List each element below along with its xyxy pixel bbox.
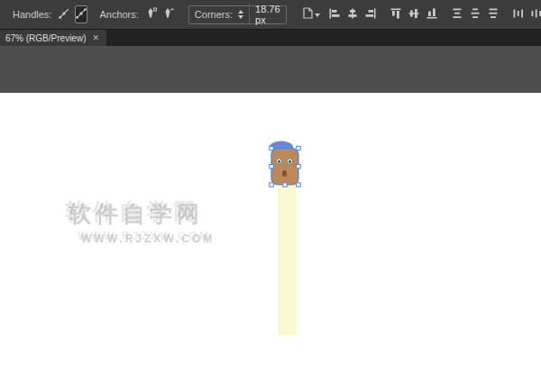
distribute-bottom-button[interactable] [486, 6, 501, 23]
distribute-left-button[interactable] [511, 6, 527, 23]
artboard-canvas[interactable]: 软件自学网 WWW.RJZXW.COM [0, 93, 541, 392]
distribute-h-center-button[interactable] [529, 6, 541, 23]
convert-to-corner-button[interactable] [145, 5, 158, 23]
character-body-shape[interactable] [278, 184, 297, 335]
character-artwork[interactable] [0, 93, 541, 392]
pasteboard[interactable] [0, 46, 541, 93]
control-bar: Handles: Anchors: Corners: [0, 0, 541, 30]
distribute-top-button[interactable] [450, 6, 465, 23]
selection-anchor[interactable] [297, 165, 300, 169]
anchors-label: Anchors: [99, 9, 138, 20]
align-h-center-icon [347, 6, 358, 23]
distribute-top-icon [452, 6, 463, 23]
align-controls [327, 6, 541, 23]
document-tab-bar: 67% (RGB/Preview) ✕ [0, 30, 541, 46]
align-top-button[interactable] [389, 6, 404, 23]
convert-to-corner-icon [146, 6, 157, 23]
selection-anchor[interactable] [270, 165, 273, 169]
align-h-center-button[interactable] [345, 6, 361, 23]
corners-label: Corners: [195, 9, 233, 20]
handle-display-selected-icon [76, 6, 87, 23]
corners-control[interactable]: Corners: 18.76 px [188, 5, 287, 24]
selection-anchor[interactable] [297, 146, 300, 150]
selection-anchor[interactable] [283, 183, 287, 187]
distribute-h-center-icon [531, 6, 541, 23]
document-tab[interactable]: 67% (RGB/Preview) ✕ [0, 30, 106, 46]
selection-anchor[interactable] [297, 183, 300, 187]
distribute-bottom-icon [488, 6, 499, 23]
stepper-up-icon[interactable] [238, 10, 243, 14]
align-v-center-icon [408, 6, 419, 23]
distribute-v-center-button[interactable] [468, 6, 483, 23]
convert-to-smooth-button[interactable] [162, 5, 175, 23]
illustrator-window: Handles: Anchors: Corners: [0, 0, 541, 392]
handles-label: Handles: [13, 9, 51, 20]
align-left-button[interactable] [327, 6, 343, 23]
convert-to-smooth-icon [163, 6, 174, 23]
document-setup-dropdown[interactable] [300, 5, 323, 24]
distribute-left-icon [513, 6, 524, 23]
corners-value-field[interactable]: 18.76 px [249, 4, 280, 25]
distribute-v-center-icon [470, 6, 481, 23]
selection-anchor[interactable] [270, 183, 273, 187]
align-left-icon [329, 6, 340, 23]
align-bottom-icon [426, 6, 437, 23]
align-right-icon [365, 6, 376, 23]
stepper-down-icon[interactable] [238, 15, 243, 19]
corners-stepper[interactable] [238, 10, 243, 19]
character-pupil-right [289, 160, 291, 163]
align-top-icon [390, 6, 401, 23]
document-tab-title: 67% (RGB/Preview) [5, 33, 86, 43]
align-vertical-group [389, 6, 440, 23]
tab-close-icon[interactable]: ✕ [92, 34, 99, 42]
handle-display-icon [59, 6, 69, 23]
character-head-shape[interactable] [271, 149, 298, 186]
align-v-center-button[interactable] [407, 6, 422, 23]
align-objects-group [327, 6, 379, 23]
handle-display-button[interactable] [58, 5, 70, 23]
character-mouth-shape [282, 170, 287, 177]
document-setup-icon [303, 6, 313, 23]
align-right-button[interactable] [363, 6, 379, 23]
distribute-horizontal-group [511, 6, 541, 23]
align-bottom-button[interactable] [425, 6, 440, 23]
chevron-down-icon [315, 14, 320, 17]
selection-anchor[interactable] [270, 146, 273, 150]
handle-display-selected-button[interactable] [75, 5, 87, 23]
distribute-vertical-group [450, 6, 501, 23]
character-pupil-left [278, 160, 280, 163]
